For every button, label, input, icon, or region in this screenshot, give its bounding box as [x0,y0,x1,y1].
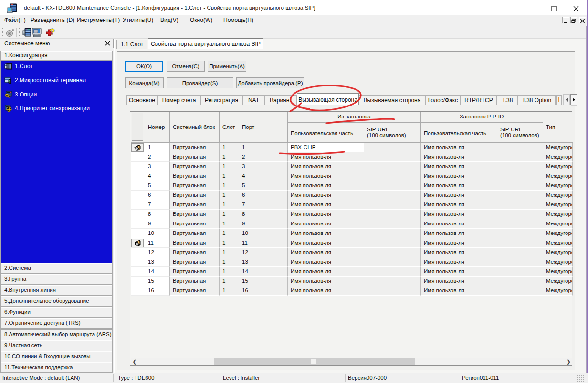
sidebar-item-2[interactable]: 2.Микросотовый терминал [4,76,109,85]
cell-block[interactable]: Виртуальная [170,191,220,200]
mdi-minimize-button[interactable] [562,17,569,23]
cell-num[interactable]: 5 [145,181,170,191]
tab-vyzyvayushchaya-storona[interactable]: Вызывающая сторона [297,93,359,105]
sidebar-section-10[interactable]: 10.СО линии & Входящие вызовы [0,351,113,362]
row-marker-cell[interactable] [131,286,145,296]
cell-num[interactable]: 3 [145,162,170,171]
column-header[interactable]: Слот [220,112,239,143]
cell-num[interactable]: 7 [145,200,170,210]
cell-port[interactable]: 15 [239,277,288,286]
cell-port[interactable]: 13 [239,257,288,267]
cell-ppid_user[interactable]: Имя пользов-ля [421,181,497,191]
cell-port[interactable]: 5 [239,181,288,191]
cell-slot[interactable]: 1 [220,257,239,267]
menu-item[interactable]: Инструменты(Т) [77,17,120,23]
menu-item[interactable]: Файл(F) [4,17,26,23]
cell-block[interactable]: Виртуальная [170,257,220,267]
tab-variant[interactable]: Вариант [265,95,297,105]
cell-sip_uri[interactable] [364,257,421,267]
cell-num[interactable]: 1 [145,143,170,152]
cell-ppid_user[interactable]: Имя пользов-ля [421,248,497,257]
cell-block[interactable]: Виртуальная [170,200,220,210]
row-marker-cell[interactable] [131,162,145,171]
cell-ppid_user[interactable]: Имя пользов-ля [421,143,497,152]
row-marker-cell[interactable] [131,238,145,248]
cell-user_part[interactable]: Имя пользов-ля [288,181,364,191]
cell-type[interactable]: Междугоро, [543,152,573,162]
cell-sip_uri[interactable] [364,152,421,162]
tab-nat[interactable]: NAT [242,95,265,105]
column-header-user-part[interactable]: Пользовательская часть [421,123,497,143]
ok-button[interactable]: ОК(O) [125,61,163,72]
menu-item[interactable]: Разъединить (D) [31,17,74,23]
horizontal-scrollbar[interactable]: ❮ ❯ [131,358,572,365]
cell-slot[interactable]: 1 [220,229,239,238]
cell-user_part[interactable]: Имя пользов-ля [288,210,364,219]
cancel-button[interactable]: Отмена(C) [167,61,205,72]
menu-item[interactable]: Утилиты(U) [123,17,153,23]
cell-port[interactable]: 3 [239,162,288,171]
cell-block[interactable]: Виртуальная [170,248,220,257]
cell-type[interactable]: Междугоро, [543,229,573,238]
cell-ppid_user[interactable]: Имя пользов-ля [421,257,497,267]
pbx-connect-icon[interactable] [22,28,32,39]
cell-type[interactable]: Междугоро, [543,191,573,200]
doc-tab-slot[interactable]: 1.1 Слот [116,40,147,49]
cell-type[interactable]: Междугоро, [543,257,573,267]
cell-port[interactable]: 12 [239,248,288,257]
sidebar-section-7[interactable]: 7.Ограничение доступа (TRS) [0,318,113,329]
mdi-restore-button[interactable] [570,17,578,23]
row-marker-cell[interactable] [131,152,145,162]
cell-sip_uri[interactable] [364,171,421,181]
cell-num[interactable]: 9 [145,219,170,229]
cell-num[interactable]: 15 [145,277,170,286]
system-menu-close-icon[interactable] [105,40,111,47]
column-header[interactable]: Порт [239,112,288,143]
scroll-left-arrow-icon[interactable]: ❮ [131,358,138,365]
cell-type[interactable]: Междугоро, [543,277,573,286]
resize-grip[interactable] [577,375,584,382]
cell-num[interactable]: 2 [145,152,170,162]
row-marker-cell[interactable] [131,257,145,267]
sidebar-section-1[interactable]: 1.Конфигурация [0,51,113,61]
pc-monitor-icon[interactable] [32,28,42,39]
menu-item[interactable]: Окно(W) [190,17,212,23]
cell-sip_uri[interactable] [364,143,421,152]
row-marker-cell[interactable] [131,181,145,191]
tab-partial[interactable] [556,95,562,105]
cell-block[interactable]: Виртуальная [170,162,220,171]
tab-golos-faks[interactable]: Голос/Факс [425,95,461,105]
cell-block[interactable]: Виртуальная [170,286,220,296]
cell-type[interactable]: Междугоро, [543,210,573,219]
cell-user_part[interactable]: Имя пользов-ля [288,238,364,248]
sidebar-section-8[interactable]: 8.Автоматический выбор маршрута (ARS) [0,329,113,340]
cell-num[interactable]: 10 [145,229,170,238]
cell-ppid_sip[interactable] [497,152,543,162]
cell-num[interactable]: 12 [145,248,170,257]
scroll-right-arrow-icon[interactable]: ❯ [565,358,572,365]
cell-sip_uri[interactable] [364,200,421,210]
cell-slot[interactable]: 1 [220,238,239,248]
tab-osnovnoe[interactable]: Основное [126,95,158,105]
row-marker-cell[interactable] [131,191,145,200]
cell-ppid_user[interactable]: Имя пользов-ля [421,191,497,200]
sidebar-section-3[interactable]: 3.Группа [0,274,113,285]
cell-ppid_sip[interactable] [497,238,543,248]
window-minimize-button[interactable] [528,5,536,12]
sidebar-section-5[interactable]: 5.Дополнительное оборудование [0,296,113,307]
row-marker-cell[interactable] [131,277,145,286]
cell-port[interactable]: 16 [239,286,288,296]
sidebar-item-4[interactable]: 4.Приоритет синхронизации [4,105,109,113]
row-marker-cell[interactable] [131,171,145,181]
sidebar-splitter[interactable] [114,39,114,373]
cell-port[interactable]: 6 [239,191,288,200]
cell-slot[interactable]: 1 [220,210,239,219]
cell-ppid_sip[interactable] [497,143,543,152]
cell-sip_uri[interactable] [364,248,421,257]
cell-ppid_user[interactable]: Имя пользов-ля [421,238,497,248]
menu-item[interactable]: Помощь(Н) [223,17,253,23]
row-marker-cell[interactable] [131,200,145,210]
cell-slot[interactable]: 1 [220,181,239,191]
cell-num[interactable]: 4 [145,171,170,181]
cell-type[interactable]: Междугоро, [543,143,573,152]
